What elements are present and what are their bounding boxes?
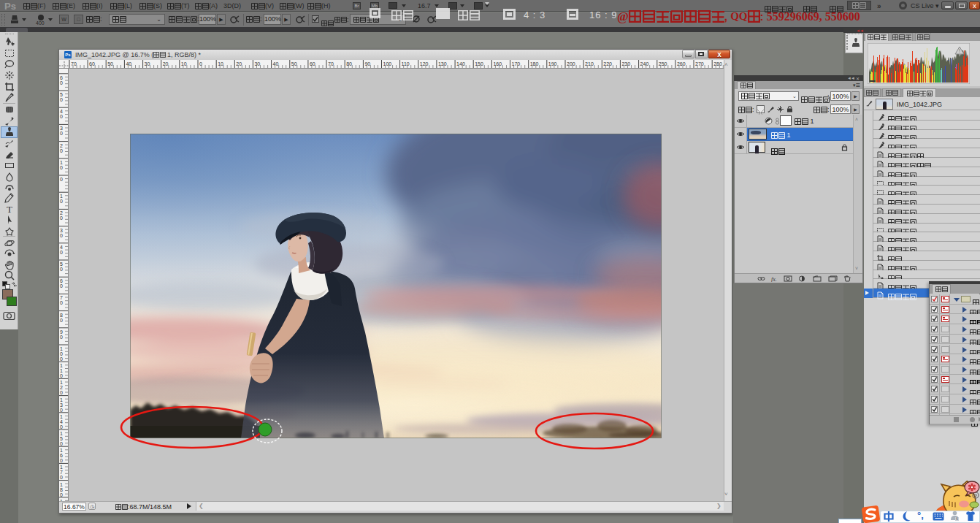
svg-text:0: 0 bbox=[60, 250, 63, 255]
svg-text:1: 1 bbox=[60, 380, 63, 385]
svg-text:0: 0 bbox=[60, 131, 63, 136]
svg-text:60: 60 bbox=[89, 61, 95, 66]
svg-text:0: 0 bbox=[60, 177, 63, 182]
svg-text:6: 6 bbox=[60, 278, 63, 283]
svg-text:0: 0 bbox=[60, 351, 63, 356]
svg-text:0: 0 bbox=[60, 441, 63, 446]
svg-text:0: 0 bbox=[60, 283, 63, 289]
svg-text:0: 0 bbox=[60, 458, 63, 463]
svg-text:1: 1 bbox=[60, 368, 63, 373]
svg-text:70: 70 bbox=[71, 61, 77, 66]
svg-text:50: 50 bbox=[291, 61, 297, 66]
svg-text:4: 4 bbox=[60, 109, 63, 114]
svg-text:60: 60 bbox=[310, 61, 315, 66]
svg-text:0: 0 bbox=[60, 199, 63, 204]
svg-text:20: 20 bbox=[236, 61, 242, 66]
svg-text:3: 3 bbox=[60, 228, 63, 233]
svg-text:1: 1 bbox=[60, 448, 63, 453]
svg-text:70: 70 bbox=[328, 61, 334, 66]
svg-text:280: 280 bbox=[713, 61, 722, 66]
svg-text:150: 150 bbox=[475, 61, 483, 66]
svg-text:7: 7 bbox=[60, 295, 63, 300]
svg-text:200: 200 bbox=[567, 61, 575, 66]
svg-text:1: 1 bbox=[60, 465, 63, 470]
svg-text:0: 0 bbox=[60, 318, 63, 323]
svg-text:30: 30 bbox=[254, 61, 260, 66]
svg-text:120: 120 bbox=[420, 61, 429, 66]
svg-text:220: 220 bbox=[603, 61, 612, 66]
svg-text:50: 50 bbox=[107, 61, 113, 66]
svg-text:250: 250 bbox=[659, 61, 667, 66]
svg-text:9: 9 bbox=[60, 329, 63, 335]
svg-text:0: 0 bbox=[60, 373, 63, 378]
svg-text:80: 80 bbox=[346, 61, 352, 66]
svg-text:180: 180 bbox=[530, 61, 539, 66]
svg-text:5: 5 bbox=[60, 262, 63, 267]
svg-text:260: 260 bbox=[677, 61, 686, 66]
svg-text:0: 0 bbox=[60, 215, 63, 221]
svg-text:0: 0 bbox=[60, 335, 63, 340]
svg-text:0: 0 bbox=[60, 114, 63, 119]
svg-text:30: 30 bbox=[145, 61, 150, 66]
svg-text:0: 0 bbox=[60, 267, 63, 272]
svg-text:10: 10 bbox=[218, 61, 223, 66]
svg-text:2: 2 bbox=[60, 210, 63, 215]
svg-text:90: 90 bbox=[364, 61, 370, 66]
svg-text:0: 0 bbox=[60, 300, 63, 305]
svg-text:0: 0 bbox=[199, 61, 202, 66]
svg-text:40: 40 bbox=[273, 61, 279, 66]
svg-text:0: 0 bbox=[60, 97, 63, 102]
svg-text:160: 160 bbox=[493, 61, 502, 66]
svg-text:!: ! bbox=[959, 48, 960, 53]
svg-text:0: 0 bbox=[60, 80, 63, 85]
svg-text:140: 140 bbox=[456, 61, 465, 66]
svg-text:0: 0 bbox=[60, 165, 63, 170]
svg-text:fx.: fx. bbox=[771, 276, 777, 283]
svg-text:6: 6 bbox=[60, 75, 63, 80]
svg-text:240: 240 bbox=[640, 61, 649, 66]
svg-text:5: 5 bbox=[60, 92, 63, 97]
svg-text:0: 0 bbox=[60, 408, 63, 413]
svg-text:210: 210 bbox=[585, 61, 594, 66]
svg-text:230: 230 bbox=[621, 61, 630, 66]
svg-text:4: 4 bbox=[60, 245, 63, 250]
svg-text:4: 4 bbox=[60, 419, 63, 424]
svg-text:8: 8 bbox=[60, 487, 63, 492]
svg-text:6: 6 bbox=[60, 453, 63, 458]
svg-text:1: 1 bbox=[60, 363, 63, 368]
svg-text:10: 10 bbox=[181, 61, 187, 66]
svg-text:0: 0 bbox=[60, 424, 63, 430]
svg-text:0: 0 bbox=[60, 356, 63, 362]
svg-text:100: 100 bbox=[383, 61, 392, 66]
svg-text:270: 270 bbox=[695, 61, 704, 66]
svg-text:0: 0 bbox=[60, 233, 63, 238]
svg-text:1: 1 bbox=[60, 346, 63, 351]
svg-text:3: 3 bbox=[60, 402, 63, 408]
svg-text:0: 0 bbox=[60, 475, 63, 480]
svg-text:190: 190 bbox=[548, 61, 557, 66]
svg-text:0: 0 bbox=[60, 390, 63, 395]
svg-text:1: 1 bbox=[60, 160, 63, 165]
svg-text:130: 130 bbox=[438, 61, 447, 66]
svg-text:T: T bbox=[7, 204, 12, 215]
svg-text:1: 1 bbox=[60, 194, 63, 199]
svg-text:0: 0 bbox=[60, 492, 63, 497]
svg-text:20: 20 bbox=[163, 61, 169, 66]
svg-text:0: 0 bbox=[60, 148, 63, 153]
svg-text:110: 110 bbox=[402, 61, 410, 66]
svg-text:3: 3 bbox=[60, 126, 63, 131]
svg-text:40: 40 bbox=[126, 61, 131, 66]
svg-text:5: 5 bbox=[60, 436, 63, 441]
svg-text:1: 1 bbox=[60, 397, 63, 402]
svg-text:1: 1 bbox=[60, 482, 63, 487]
svg-text:8: 8 bbox=[60, 313, 63, 318]
svg-text:1: 1 bbox=[60, 431, 63, 436]
svg-text:7: 7 bbox=[60, 470, 63, 475]
svg-text:1: 1 bbox=[60, 414, 63, 419]
svg-text:170: 170 bbox=[512, 61, 521, 66]
svg-text:2: 2 bbox=[60, 143, 63, 148]
svg-text:2: 2 bbox=[60, 385, 63, 390]
